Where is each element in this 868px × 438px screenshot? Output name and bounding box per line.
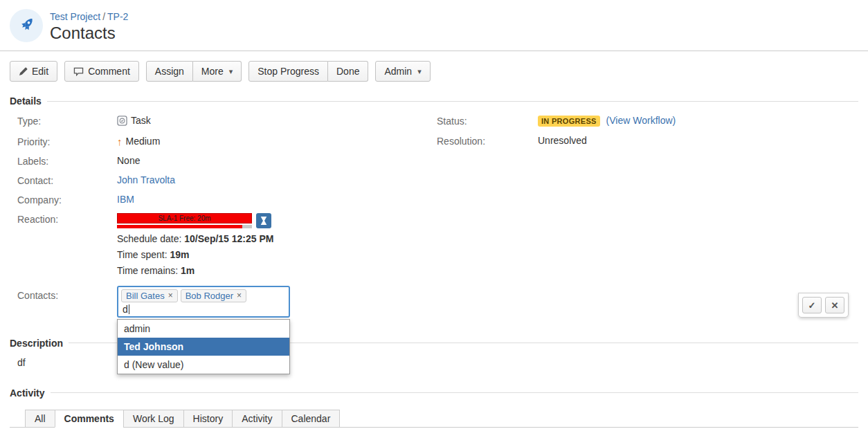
assign-button[interactable]: Assign [146, 61, 193, 82]
field-reaction: Reaction: SLA-1 Free: 20m [10, 213, 429, 276]
contact-label: Contact: [10, 174, 117, 186]
field-type: Type: Task [10, 115, 429, 128]
description-heading-label: Description [10, 338, 63, 349]
done-button[interactable]: Done [328, 61, 368, 82]
hourglass-icon [260, 216, 268, 226]
cancel-button[interactable]: ✕ [825, 297, 844, 313]
rocket-icon [16, 15, 37, 36]
reaction-label: Reaction: [10, 213, 117, 276]
stop-progress-button[interactable]: Stop Progress [248, 61, 328, 82]
tab-all[interactable]: All [25, 410, 55, 428]
field-status: Status: IN PROGRESS (View Workflow) [429, 115, 858, 127]
activity-section: Activity All Comments Work Log History A… [0, 387, 868, 438]
chevron-down-icon: ▾ [229, 67, 233, 76]
sla-bar-text: SLA-1 Free: 20m [117, 213, 252, 223]
confirm-button[interactable]: ✓ [802, 297, 822, 313]
details-left-column: Type: Task Priority: ↑ [10, 115, 429, 325]
status-label: Status: [429, 115, 538, 127]
tag-remove-icon[interactable]: × [237, 291, 242, 300]
status-badge: IN PROGRESS [538, 116, 600, 127]
field-priority: Priority: ↑ Medium [10, 136, 429, 147]
contacts-text-input[interactable]: d [121, 302, 286, 315]
details-section: Details Type: Task Pr [0, 95, 868, 325]
resolution-label: Resolution: [429, 135, 538, 147]
done-label: Done [336, 66, 359, 77]
contact-tag: Bob Rodger × [181, 289, 246, 302]
priority-label: Priority: [10, 136, 117, 147]
breadcrumb-project-link[interactable]: Test Project [50, 11, 100, 22]
breadcrumb-separator: / [100, 11, 107, 22]
no-comments-message: There are no comments yet on this issue. [10, 428, 858, 438]
view-workflow-link[interactable]: (View Workflow) [606, 115, 676, 126]
field-resolution: Resolution: Unresolved [429, 135, 858, 147]
comment-label: Comment [88, 66, 130, 77]
tag-name: Bill Gates [126, 291, 165, 301]
contacts-multiselect-field[interactable]: Bill Gates × Bob Rodger × d [117, 286, 290, 318]
activity-heading: Activity [10, 387, 858, 399]
dropdown-option-ted-johnson[interactable]: Ted Johnson [118, 338, 289, 356]
tab-comments[interactable]: Comments [55, 410, 124, 428]
issue-title: Contacts [50, 24, 128, 43]
issue-header: Test Project/TP-2 Contacts [0, 0, 868, 51]
tab-history[interactable]: History [183, 410, 233, 428]
dropdown-option-new-value[interactable]: d (New value) [118, 356, 289, 374]
chevron-down-icon: ▾ [417, 67, 422, 76]
inline-edit-save-panel: ✓ ✕ [798, 293, 849, 318]
stop-progress-label: Stop Progress [257, 66, 319, 77]
priority-value: Medium [126, 136, 161, 147]
details-heading: Details [10, 95, 858, 107]
contacts-input-value: d [123, 304, 128, 315]
resolution-value: Unresolved [538, 135, 858, 147]
tab-activity[interactable]: Activity [232, 410, 282, 428]
field-contact: Contact: John Travolta [10, 174, 429, 186]
edit-label: Edit [32, 66, 48, 77]
type-value: Task [131, 115, 151, 126]
contact-link[interactable]: John Travolta [117, 174, 175, 185]
assign-label: Assign [155, 66, 184, 77]
company-label: Company: [10, 194, 117, 206]
contacts-suggestions-dropdown: admin Ted Johnson d (New value) [117, 319, 290, 374]
labels-label: Labels: [10, 155, 117, 167]
tag-remove-icon[interactable]: × [168, 291, 173, 300]
tab-calendar[interactable]: Calendar [282, 410, 341, 428]
tab-work-log[interactable]: Work Log [123, 410, 184, 428]
company-link[interactable]: IBM [117, 194, 134, 205]
details-heading-label: Details [10, 95, 42, 107]
comment-bubble-icon [73, 66, 84, 76]
details-right-column: Status: IN PROGRESS (View Workflow) Reso… [429, 115, 858, 325]
project-avatar[interactable] [10, 9, 43, 42]
field-contacts: Contacts: Bill Gates × Bob Rodger [10, 286, 429, 318]
admin-label: Admin [384, 66, 412, 77]
hourglass-button[interactable] [256, 213, 271, 228]
breadcrumb-issue-link[interactable]: TP-2 [107, 11, 128, 22]
activity-tabs: All Comments Work Log History Activity C… [10, 410, 858, 428]
text-cursor [129, 304, 129, 314]
contact-tag: Bill Gates × [121, 289, 178, 302]
admin-button[interactable]: Admin ▾ [375, 61, 430, 82]
contacts-inline-editor: Bill Gates × Bob Rodger × d [117, 286, 290, 318]
priority-medium-icon: ↑ [117, 136, 123, 147]
breadcrumb: Test Project/TP-2 [50, 9, 128, 22]
contacts-label: Contacts: [10, 286, 117, 318]
more-button[interactable]: More ▾ [193, 61, 242, 82]
edit-button[interactable]: Edit [10, 61, 57, 82]
labels-value: None [117, 155, 429, 167]
activity-heading-label: Activity [10, 387, 45, 399]
ops-toolbar: Edit Comment Assign More ▾ Stop Progress… [0, 51, 868, 91]
check-icon: ✓ [808, 300, 816, 311]
sla-bar: SLA-1 Free: 20m [117, 213, 252, 228]
workflow-group: Stop Progress Done [248, 61, 368, 82]
comment-button[interactable]: Comment [64, 61, 139, 82]
sla-progress-fill [117, 225, 242, 228]
task-type-icon [117, 116, 127, 126]
more-label: More [201, 66, 224, 77]
time-spent-line: Time spent: 19m [117, 249, 429, 260]
schedule-date-line: Schedule date: 10/Sep/15 12:25 PM [117, 233, 429, 244]
time-remains-line: Time remains: 1m [117, 265, 429, 276]
assign-more-group: Assign More ▾ [146, 61, 242, 82]
tag-name: Bob Rodger [186, 291, 233, 301]
type-label: Type: [10, 115, 117, 128]
field-company: Company: IBM [10, 194, 429, 206]
close-icon: ✕ [831, 300, 839, 311]
dropdown-option-admin[interactable]: admin [118, 320, 289, 338]
